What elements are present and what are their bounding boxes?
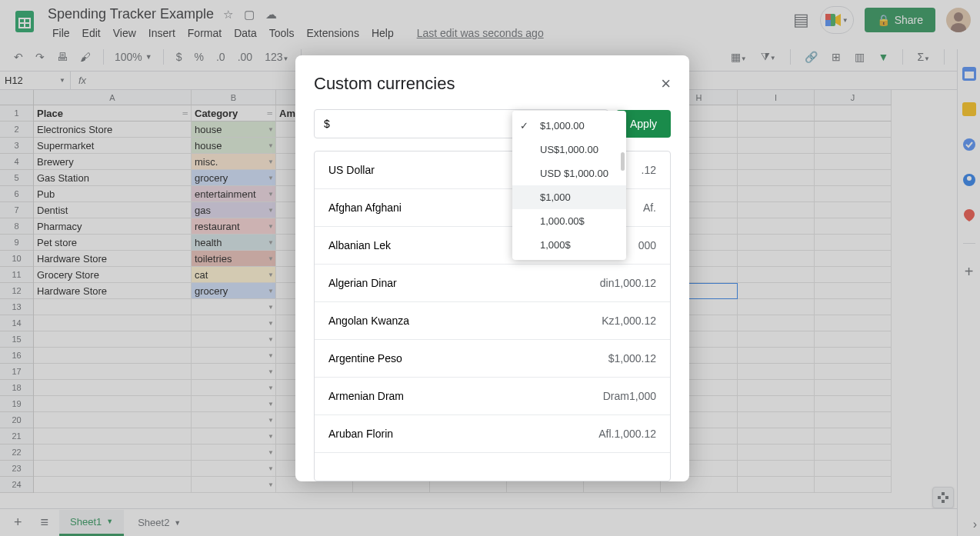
format-option[interactable]: 1,000.00$: [512, 209, 626, 233]
scrollbar-thumb[interactable]: [621, 152, 625, 171]
currency-option[interactable]: Argentine Peso$1,000.12: [315, 340, 670, 378]
close-icon[interactable]: ×: [661, 74, 671, 94]
currency-option[interactable]: Aruban FlorinAfl.1,000.12: [315, 415, 670, 453]
format-option[interactable]: $1,000: [512, 185, 626, 209]
currency-format-menu: $1,000.00✓US$1,000.00USD $1,000.00$1,000…: [512, 111, 626, 260]
check-icon: ✓: [520, 120, 528, 132]
currency-option[interactable]: Angolan KwanzaKz1,000.12: [315, 302, 670, 340]
format-option[interactable]: 1,000$: [512, 233, 626, 257]
format-option[interactable]: US$1,000.00: [512, 138, 626, 161]
format-option[interactable]: USD $1,000.00: [512, 161, 626, 185]
currency-option[interactable]: Armenian DramDram1,000: [315, 378, 670, 415]
dialog-title: Custom currencies: [314, 74, 455, 94]
currency-option[interactable]: Algerian Dinardin1,000.12: [315, 265, 670, 302]
format-option[interactable]: $1,000.00✓: [512, 114, 626, 138]
custom-currencies-dialog: Custom currencies × Apply US Dollar.12Af…: [295, 55, 689, 481]
